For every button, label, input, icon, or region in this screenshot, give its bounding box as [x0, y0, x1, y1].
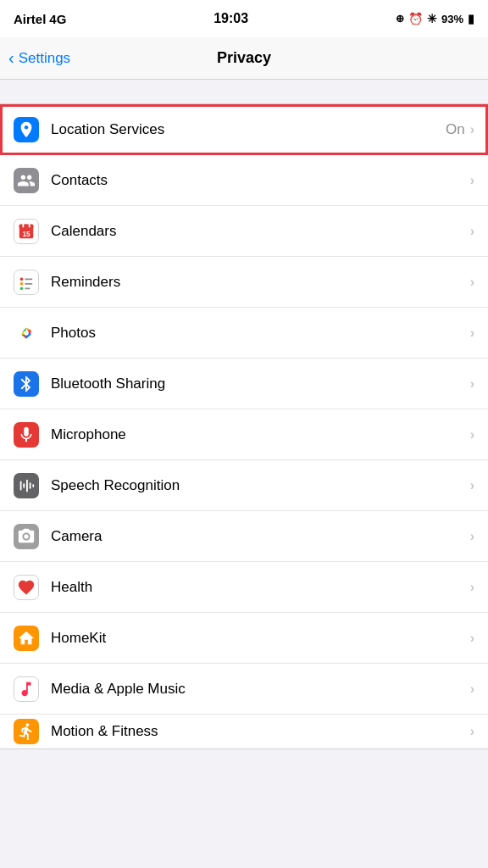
speech-recognition-label: Speech Recognition: [51, 477, 470, 494]
settings-row-microphone[interactable]: Microphone›: [0, 409, 488, 460]
bluetooth-sharing-icon: [14, 371, 39, 397]
reminders-chevron-icon: ›: [470, 275, 474, 290]
alarm-icon: ⏰: [408, 12, 423, 25]
page-title: Privacy: [217, 49, 271, 67]
health-chevron-icon: ›: [470, 580, 474, 595]
settings-row-motion-fitness[interactable]: Motion & Fitness›: [0, 715, 488, 748]
settings-row-media-apple-music[interactable]: Media & Apple Music›: [0, 664, 488, 715]
contacts-chevron-icon: ›: [470, 173, 474, 188]
microphone-icon: [14, 422, 39, 448]
status-bar: Airtel 4G 19:03 ⊕ ⏰ ✳ 93% ▮: [0, 0, 488, 37]
settings-row-photos[interactable]: Photos›: [0, 308, 488, 359]
svg-text:15: 15: [22, 230, 30, 237]
homekit-icon: [14, 626, 39, 651]
camera-label: Camera: [51, 528, 470, 545]
bluetooth-status-icon: ✳: [427, 12, 437, 25]
calendars-label: Calendars: [51, 223, 470, 240]
reminders-label: Reminders: [51, 274, 470, 291]
camera-icon: [14, 524, 39, 549]
settings-row-bluetooth-sharing[interactable]: Bluetooth Sharing›: [0, 359, 488, 409]
nav-bar: ‹ Settings Privacy: [0, 37, 488, 80]
location-services-value: On: [446, 121, 465, 138]
homekit-label: HomeKit: [51, 630, 470, 647]
contacts-icon: [14, 168, 39, 193]
calendars-icon: 15: [14, 219, 39, 244]
section-gap: [0, 80, 488, 103]
reminders-icon: [14, 270, 39, 295]
status-left: Airtel 4G: [14, 12, 66, 26]
back-button[interactable]: ‹ Settings: [8, 48, 70, 68]
settings-row-health[interactable]: Health›: [0, 562, 488, 613]
carrier-label: Airtel: [14, 12, 46, 26]
photos-icon: [14, 320, 39, 346]
location-services-chevron-icon: ›: [470, 122, 474, 137]
camera-chevron-icon: ›: [470, 529, 474, 544]
svg-rect-16: [26, 479, 28, 492]
svg-rect-2: [19, 224, 34, 227]
svg-rect-18: [32, 484, 34, 487]
speech-recognition-icon: [14, 473, 39, 498]
svg-point-13: [24, 331, 29, 336]
svg-point-6: [20, 277, 24, 281]
photos-label: Photos: [51, 325, 470, 342]
location-services-label: Location Services: [51, 121, 446, 138]
battery-icon: ▮: [468, 12, 474, 25]
settings-row-camera[interactable]: Camera›: [0, 511, 488, 562]
media-apple-music-icon: [14, 676, 39, 702]
svg-point-19: [23, 691, 27, 695]
bluetooth-sharing-chevron-icon: ›: [470, 376, 474, 392]
contacts-label: Contacts: [51, 172, 470, 189]
svg-point-7: [20, 282, 24, 286]
back-chevron-icon: ‹: [8, 48, 14, 68]
status-right: ⊕ ⏰ ✳ 93% ▮: [396, 12, 474, 25]
settings-row-location-services[interactable]: Location ServicesOn›: [0, 104, 488, 155]
motion-fitness-label: Motion & Fitness: [51, 723, 470, 740]
location-services-icon: [14, 117, 39, 142]
svg-rect-14: [20, 481, 22, 490]
health-label: Health: [51, 579, 470, 596]
homekit-chevron-icon: ›: [470, 631, 474, 646]
settings-row-reminders[interactable]: Reminders›: [0, 257, 488, 308]
status-time: 19:03: [214, 11, 248, 26]
motion-fitness-icon: [14, 719, 39, 744]
photos-chevron-icon: ›: [470, 326, 474, 341]
speech-recognition-chevron-icon: ›: [470, 478, 474, 493]
calendars-chevron-icon: ›: [470, 224, 474, 239]
settings-row-calendars[interactable]: 15Calendars›: [0, 206, 488, 257]
media-apple-music-label: Media & Apple Music: [51, 681, 470, 698]
svg-point-8: [20, 287, 24, 290]
location-status-icon: ⊕: [396, 13, 404, 25]
microphone-label: Microphone: [51, 426, 470, 443]
media-apple-music-chevron-icon: ›: [470, 682, 474, 697]
settings-row-speech-recognition[interactable]: Speech Recognition›: [0, 460, 488, 511]
battery-label: 93%: [441, 13, 463, 25]
settings-list: Location ServicesOn›Contacts›15Calendars…: [0, 103, 488, 749]
settings-row-homekit[interactable]: HomeKit›: [0, 613, 488, 664]
back-label: Settings: [19, 50, 70, 67]
svg-rect-15: [23, 483, 25, 488]
svg-rect-17: [30, 482, 31, 488]
svg-rect-9: [25, 278, 32, 280]
svg-rect-11: [25, 287, 30, 289]
bluetooth-sharing-label: Bluetooth Sharing: [51, 376, 470, 392]
health-icon: [14, 575, 39, 600]
svg-rect-10: [25, 282, 32, 284]
network-type: 4G: [49, 12, 66, 26]
settings-row-contacts[interactable]: Contacts›: [0, 155, 488, 206]
motion-fitness-chevron-icon: ›: [470, 724, 474, 739]
microphone-chevron-icon: ›: [470, 427, 474, 442]
